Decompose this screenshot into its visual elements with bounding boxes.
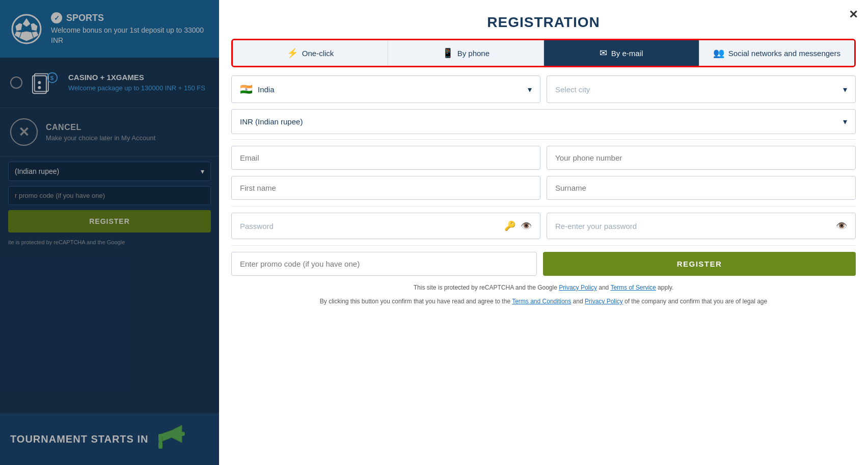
country-label: India [258,85,275,94]
divider-3 [231,245,856,246]
city-select[interactable]: Select city ▾ [547,75,856,103]
legal-text-2: By clicking this button you confirm that… [231,293,856,315]
country-chevron-icon: ▾ [528,85,532,94]
terms-of-service-link[interactable]: Terms of Service [610,284,656,291]
currency-select[interactable]: INR (Indian rupee) ▾ [231,109,856,134]
divider-2 [231,206,856,206]
firstname-input[interactable] [231,176,540,200]
register-button[interactable]: REGISTER [543,252,856,276]
email-input[interactable] [231,146,540,170]
divider-1 [231,139,856,140]
tab-by-email-label: By e-mail [611,49,643,58]
privacy-policy-link-2[interactable]: Privacy Policy [585,298,623,305]
password-field[interactable]: Password 🔑 👁️ [231,213,540,239]
promo-register-row: REGISTER [231,252,856,276]
tab-social-label: Social networks and messengers [728,49,840,58]
password-icons: 🔑 👁️ [504,220,532,231]
key-icon: 🔑 [504,220,516,231]
eye-slash-icon-2[interactable]: 👁️ [836,220,847,231]
tab-one-click[interactable]: ⚡ One-click [233,40,388,66]
email-phone-row [231,146,856,170]
tab-by-phone-label: By phone [457,49,490,58]
tab-social[interactable]: 👥 Social networks and messengers [699,40,854,66]
india-flag: 🇮🇳 [240,83,253,95]
reenter-eye-icon: 👁️ [836,220,847,231]
currency-chevron-icon: ▾ [843,117,847,126]
password-placeholder: Password [240,222,504,230]
people-icon: 👥 [713,47,724,59]
sidebar-overlay [0,0,219,465]
password-row: Password 🔑 👁️ Re-enter your password 👁️ [231,213,856,239]
privacy-policy-link-1[interactable]: Privacy Policy [559,284,597,291]
surname-input[interactable] [547,176,856,200]
city-placeholder: Select city [555,85,590,94]
country-select[interactable]: 🇮🇳 India ▾ [231,75,540,103]
city-chevron-icon: ▾ [843,85,847,94]
legal-text-1: This site is protected by reCAPTCHA and … [231,283,856,293]
close-button[interactable]: ✕ [849,8,858,21]
tab-by-phone[interactable]: 📱 By phone [388,40,544,66]
registration-modal: ✕ REGISTRATION ⚡ One-click 📱 By phone ✉ … [219,0,868,465]
eye-slash-icon[interactable]: 👁️ [521,220,532,231]
name-row [231,176,856,200]
country-city-row: 🇮🇳 India ▾ Select city ▾ [231,75,856,103]
phone-input[interactable] [547,146,856,170]
currency-label: INR (Indian rupee) [240,117,303,126]
tab-one-click-label: One-click [302,49,334,58]
reenter-password-field[interactable]: Re-enter your password 👁️ [547,213,856,239]
modal-title: REGISTRATION [219,0,868,39]
tab-by-email[interactable]: ✉ By e-mail [544,40,699,66]
registration-form: 🇮🇳 India ▾ Select city ▾ INR (Indian rup… [219,75,868,465]
promo-input[interactable] [231,252,537,276]
lightning-icon: ⚡ [287,47,298,59]
reenter-placeholder: Re-enter your password [555,222,836,230]
registration-tabs: ⚡ One-click 📱 By phone ✉ By e-mail 👥 Soc… [231,39,856,67]
email-icon: ✉ [600,47,607,59]
terms-conditions-link[interactable]: Terms and Conditions [512,298,571,305]
phone-icon: 📱 [442,47,453,59]
